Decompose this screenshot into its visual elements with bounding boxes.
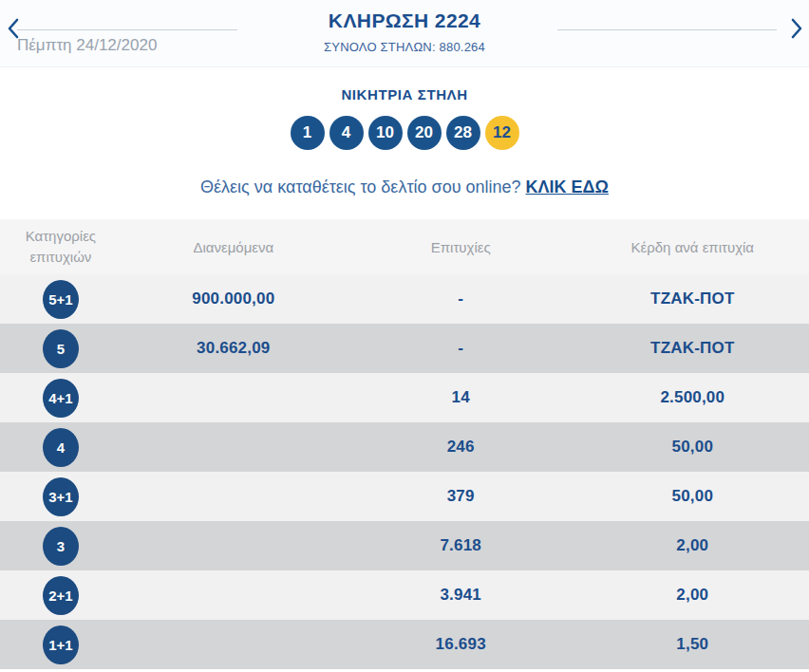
winning-number-ball: 20 bbox=[407, 116, 442, 150]
table-row: 5+1 900.000,00 - ΤΖΑΚ-ΠΟΤ bbox=[0, 274, 809, 324]
winners-value: 7.618 bbox=[346, 536, 576, 555]
header-divider-left bbox=[17, 29, 237, 30]
prize-value: 2,00 bbox=[576, 586, 809, 605]
table-row: 1+1 16.693 1,50 bbox=[0, 620, 809, 669]
column-header-prize: Κέρδη ανά επιτυχία bbox=[576, 239, 809, 255]
winners-value: 246 bbox=[346, 438, 576, 457]
winning-column-section: ΝΙΚΗΤΡΙΑ ΣΤΗΛΗ 1 4 10 20 28 12 Θέλεις να… bbox=[0, 67, 809, 197]
winning-number-ball: 4 bbox=[329, 116, 364, 150]
table-row: 4 246 50,00 bbox=[0, 422, 809, 472]
chevron-right-icon bbox=[791, 18, 803, 43]
prize-value: ΤΖΑΚ-ΠΟΤ bbox=[576, 289, 809, 308]
click-here-link[interactable]: ΚΛΙΚ ΕΔΩ bbox=[526, 177, 609, 196]
column-header-winners: Επιτυχίες bbox=[346, 239, 576, 255]
winning-numbers: 1 4 10 20 28 12 bbox=[0, 116, 809, 150]
category-badge: 5 bbox=[43, 329, 79, 368]
category-badge: 2+1 bbox=[43, 576, 79, 615]
winning-number-ball: 1 bbox=[291, 116, 325, 150]
table-row: 4+1 14 2.500,00 bbox=[0, 373, 809, 422]
prize-table: Κατηγορίες επιτυχιών Διανεμόμενα Επιτυχί… bbox=[0, 219, 809, 669]
prize-value: 50,00 bbox=[576, 487, 809, 506]
next-draw-button[interactable] bbox=[789, 20, 804, 41]
prize-value: ΤΖΑΚ-ΠΟΤ bbox=[576, 339, 809, 358]
winners-value: - bbox=[346, 339, 576, 358]
winning-number-ball: 10 bbox=[368, 116, 403, 150]
category-badge: 4+1 bbox=[43, 379, 79, 418]
winning-number-ball: 28 bbox=[446, 116, 480, 150]
distributed-value: 900.000,00 bbox=[122, 289, 346, 308]
winners-value: 14 bbox=[346, 388, 576, 407]
prize-value: 2,00 bbox=[576, 536, 809, 555]
column-header-categories: Κατηγορίες επιτυχιών bbox=[0, 226, 122, 269]
table-row: 3 7.618 2,00 bbox=[0, 521, 809, 570]
online-cta: Θέλεις να καταθέτεις το δελτίο σου onlin… bbox=[0, 177, 809, 197]
joker-number-ball: 12 bbox=[485, 116, 519, 150]
header-divider-right bbox=[557, 29, 777, 30]
prize-value: 2.500,00 bbox=[576, 388, 809, 407]
category-badge: 4 bbox=[43, 428, 79, 467]
draw-date: Πέμπτη 24/12/2020 bbox=[17, 36, 157, 55]
category-badge: 3 bbox=[43, 527, 79, 566]
category-badge: 5+1 bbox=[43, 280, 79, 319]
draw-total-columns: ΣΥΝΟΛΟ ΣΤΗΛΩΝ: 880.264 bbox=[247, 40, 562, 54]
table-row: 2+1 3.941 2,00 bbox=[0, 570, 809, 620]
category-badge: 1+1 bbox=[43, 625, 79, 664]
winners-value: 16.693 bbox=[346, 635, 576, 654]
table-row: 5 30.662,09 - ΤΖΑΚ-ΠΟΤ bbox=[0, 324, 809, 373]
draw-title: ΚΛΗΡΩΣΗ 2224 bbox=[247, 9, 562, 32]
prize-table-body: 5+1 900.000,00 - ΤΖΑΚ-ΠΟΤ 5 30.662,09 - … bbox=[0, 274, 809, 669]
table-row: 3+1 379 50,00 bbox=[0, 472, 809, 521]
winners-value: - bbox=[346, 289, 576, 308]
prize-value: 1,50 bbox=[576, 635, 809, 654]
online-cta-text: Θέλεις να καταθέτεις το δελτίο σου onlin… bbox=[200, 177, 520, 196]
column-header-distributed: Διανεμόμενα bbox=[122, 239, 346, 255]
prize-value: 50,00 bbox=[576, 438, 809, 457]
winning-column-heading: ΝΙΚΗΤΡΙΑ ΣΤΗΛΗ bbox=[0, 86, 809, 103]
draw-header-center: ΚΛΗΡΩΣΗ 2224 ΣΥΝΟΛΟ ΣΤΗΛΩΝ: 880.264 bbox=[247, 9, 562, 54]
draw-header: Πέμπτη 24/12/2020 ΚΛΗΡΩΣΗ 2224 ΣΥΝΟΛΟ ΣΤ… bbox=[0, 0, 809, 67]
prize-table-header: Κατηγορίες επιτυχιών Διανεμόμενα Επιτυχί… bbox=[0, 219, 809, 274]
winners-value: 3.941 bbox=[346, 586, 576, 605]
winners-value: 379 bbox=[346, 487, 576, 506]
category-badge: 3+1 bbox=[43, 477, 79, 516]
distributed-value: 30.662,09 bbox=[122, 339, 346, 358]
